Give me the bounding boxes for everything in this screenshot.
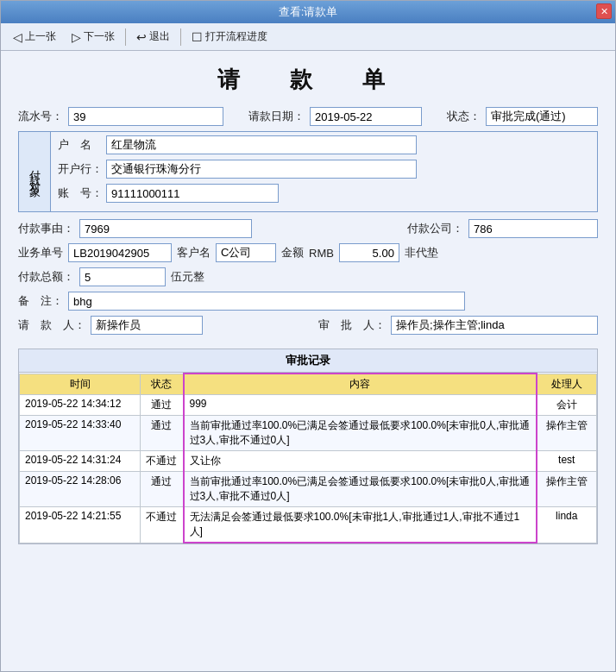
form-content: 请 款 单 流水号： 请款日期： 状态： 付款对象 户 名 开户行 <box>1 51 615 671</box>
requester-row: 请 款 人： 审 批 人： <box>18 316 598 335</box>
company-label: 付款公司： <box>407 221 463 236</box>
main-window: 查看:请款单 ✕ ◁ 上一张 ▷ 下一张 ↩ 退出 ☐ 打开流程进度 请 款 单… <box>0 0 616 672</box>
cell-time: 2019-05-22 14:33:40 <box>20 416 141 451</box>
total-input[interactable] <box>79 267 166 286</box>
bank-input[interactable] <box>106 160 417 179</box>
bank-label: 开户行： <box>58 161 101 177</box>
name-input[interactable] <box>106 135 417 154</box>
reason-input[interactable] <box>79 219 252 238</box>
note-row: 备 注： <box>18 292 598 311</box>
cell-status: 通过 <box>141 416 184 451</box>
col-status: 状态 <box>141 374 184 395</box>
toolbar: ◁ 上一张 ▷ 下一张 ↩ 退出 ☐ 打开流程进度 <box>1 23 615 51</box>
table-row: 2019-05-22 14:28:06通过当前审批通过率100.0%已满足会签通… <box>20 472 597 507</box>
table-header-row: 时间 状态 内容 处理人 <box>20 374 597 395</box>
cell-handler: 操作主管 <box>537 416 597 451</box>
cell-handler: linda <box>537 507 597 543</box>
col-content: 内容 <box>184 374 537 395</box>
account-input[interactable] <box>106 184 279 203</box>
customer-input[interactable] <box>216 243 276 262</box>
table-row: 2019-05-22 14:34:12通过999会计 <box>20 395 597 416</box>
biz-no-input[interactable] <box>68 243 172 262</box>
table-row: 2019-05-22 14:21:55不通过无法满足会签通过最低要求100.0%… <box>20 507 597 543</box>
prev-button[interactable]: ◁ 上一张 <box>8 28 61 46</box>
close-button[interactable]: ✕ <box>596 3 612 19</box>
note-label: 备 注： <box>18 293 63 309</box>
cell-handler: 会计 <box>537 395 597 416</box>
amount-type-label: 非代垫 <box>405 245 438 261</box>
total-label: 付款总额： <box>18 269 74 285</box>
open-progress-button[interactable]: ☐ 打开流程进度 <box>186 28 273 46</box>
col-time: 时间 <box>20 374 141 395</box>
serial-label: 流水号： <box>18 109 63 124</box>
cell-handler: test <box>537 451 597 472</box>
company-input[interactable] <box>468 219 598 238</box>
biz-no-label: 业务单号 <box>18 245 63 261</box>
reason-company-row: 付款事由： 付款公司： <box>18 219 598 238</box>
approver-input[interactable] <box>391 316 598 335</box>
toolbar-divider2 <box>180 28 181 46</box>
payee-account-row: 账 号： <box>58 184 590 203</box>
table-row: 2019-05-22 14:31:24不通过又让你test <box>20 451 597 472</box>
name-label: 户 名 <box>58 137 101 153</box>
toolbar-divider <box>125 28 126 46</box>
biz-row: 业务单号 客户名 金额 RMB 非代垫 <box>18 243 598 262</box>
amount-input[interactable] <box>339 243 399 262</box>
date-label: 请款日期： <box>248 109 305 124</box>
title-bar: 查看:请款单 ✕ <box>1 1 615 23</box>
window-title: 查看:请款单 <box>279 4 338 20</box>
next-icon: ▷ <box>72 30 81 44</box>
cell-status: 不通过 <box>141 507 184 543</box>
total-text: 伍元整 <box>171 269 204 285</box>
approval-section: 审批记录 时间 状态 内容 处理人 2019-05-22 14:34:12通过9… <box>18 349 598 544</box>
cell-content: 当前审批通过率100.0%已满足会签通过最低要求100.0%[未审批0人,审批通… <box>184 416 537 451</box>
status-input[interactable] <box>486 107 598 126</box>
cell-status: 通过 <box>141 395 184 416</box>
date-input[interactable] <box>310 107 422 126</box>
cell-content: 又让你 <box>184 451 537 472</box>
cell-content: 999 <box>184 395 537 416</box>
prev-icon: ◁ <box>13 30 22 44</box>
header-row: 流水号： 请款日期： 状态： <box>18 107 598 126</box>
requester-label: 请 款 人： <box>18 317 85 333</box>
cell-time: 2019-05-22 14:34:12 <box>20 395 141 416</box>
cell-time: 2019-05-22 14:28:06 <box>20 472 141 507</box>
cell-time: 2019-05-22 14:31:24 <box>20 451 141 472</box>
form-title: 请 款 单 <box>18 65 598 95</box>
next-button[interactable]: ▷ 下一张 <box>66 28 120 46</box>
exit-icon: ↩ <box>136 30 147 44</box>
currency-label: RMB <box>309 247 334 260</box>
payee-name-row: 户 名 <box>58 135 590 154</box>
customer-label: 客户名 <box>177 245 211 261</box>
amount-label: 金额 <box>281 245 304 261</box>
cell-status: 通过 <box>141 472 184 507</box>
progress-icon: ☐ <box>192 30 203 44</box>
serial-input[interactable] <box>68 107 223 126</box>
payee-bank-row: 开户行： <box>58 160 590 179</box>
note-input[interactable] <box>68 292 465 311</box>
exit-button[interactable]: ↩ 退出 <box>131 28 175 46</box>
table-row: 2019-05-22 14:33:40通过当前审批通过率100.0%已满足会签通… <box>20 416 597 451</box>
cell-content: 无法满足会签通过最低要求100.0%[未审批1人,审批通过1人,审批不通过1人] <box>184 507 537 543</box>
account-label: 账 号： <box>58 185 101 201</box>
approval-table: 时间 状态 内容 处理人 2019-05-22 14:34:12通过999会计2… <box>19 373 597 543</box>
cell-time: 2019-05-22 14:21:55 <box>20 507 141 543</box>
cell-handler: 操作主管 <box>537 472 597 507</box>
col-handler: 处理人 <box>537 374 597 395</box>
reason-label: 付款事由： <box>18 221 74 236</box>
cell-status: 不通过 <box>141 451 184 472</box>
approver-label: 审 批 人： <box>318 317 386 333</box>
status-label: 状态： <box>447 109 481 124</box>
total-row: 付款总额： 伍元整 <box>18 267 598 286</box>
cell-content: 当前审批通过率100.0%已满足会签通过最低要求100.0%[未审批0人,审批通… <box>184 472 537 507</box>
requester-input[interactable] <box>91 316 203 335</box>
approval-title: 审批记录 <box>19 349 597 373</box>
payee-section-label: 付款对象 <box>27 158 42 185</box>
